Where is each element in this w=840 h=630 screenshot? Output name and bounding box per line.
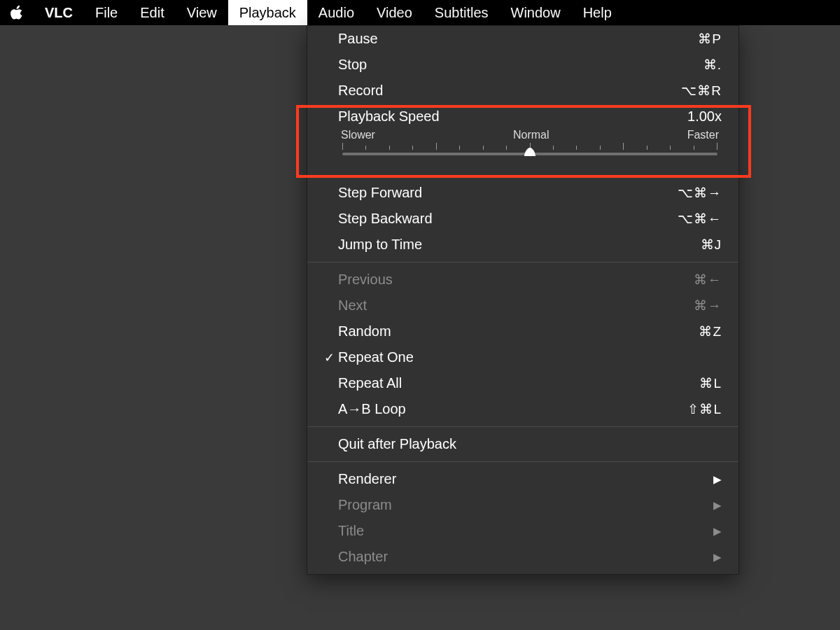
playback-speed-value: 1.00x bbox=[687, 108, 722, 125]
submenu-arrow-icon: ▶ bbox=[713, 473, 722, 486]
menu-item-label: Step Forward bbox=[338, 185, 678, 201]
menu-item-chapter[interactable]: Chapter ▶ bbox=[307, 544, 738, 570]
playback-dropdown: Pause ⌘P Stop ⌘. Record ⌥⌘R Playback Spe… bbox=[307, 25, 739, 575]
menu-item-title[interactable]: Title ▶ bbox=[307, 518, 738, 544]
playback-speed-section: Playback Speed 1.00x Slower Normal Faste… bbox=[307, 104, 738, 171]
menu-help[interactable]: Help bbox=[572, 0, 623, 25]
menu-item-program[interactable]: Program ▶ bbox=[307, 492, 738, 518]
speed-label-faster: Faster bbox=[687, 129, 719, 141]
menu-item-label: Repeat One bbox=[338, 349, 722, 365]
menu-shortcut: ⌥⌘→ bbox=[678, 185, 722, 201]
speed-label-slower: Slower bbox=[341, 129, 375, 141]
menu-audio[interactable]: Audio bbox=[307, 0, 365, 25]
menu-subtitles[interactable]: Subtitles bbox=[424, 0, 500, 25]
menu-item-label: Next bbox=[338, 298, 694, 314]
checkmark-icon: ✓ bbox=[320, 350, 338, 365]
menu-separator bbox=[307, 262, 738, 262]
menu-window[interactable]: Window bbox=[500, 0, 572, 25]
menu-item-label: Program bbox=[338, 497, 713, 513]
menu-bar: VLC File Edit View Playback Audio Video … bbox=[0, 0, 840, 25]
menu-separator bbox=[307, 461, 738, 462]
menu-item-label: Step Backward bbox=[338, 211, 678, 227]
menu-shortcut: ⌘J bbox=[701, 237, 722, 253]
menu-item-step-backward[interactable]: Step Backward ⌥⌘← bbox=[307, 206, 738, 232]
menu-item-label: Pause bbox=[338, 31, 698, 47]
menu-item-label: Renderer bbox=[338, 471, 713, 487]
menu-item-label: Chapter bbox=[338, 549, 713, 565]
menu-shortcut: ⌘← bbox=[694, 272, 722, 288]
playback-speed-title: Playback Speed bbox=[338, 108, 440, 125]
menu-edit[interactable]: Edit bbox=[129, 0, 175, 25]
menu-separator bbox=[307, 426, 738, 427]
menu-item-label: Record bbox=[338, 83, 681, 99]
menu-shortcut: ⌥⌘R bbox=[681, 83, 722, 99]
menu-video[interactable]: Video bbox=[365, 0, 424, 25]
submenu-arrow-icon: ▶ bbox=[713, 499, 722, 512]
playback-speed-slider[interactable] bbox=[338, 143, 722, 161]
menu-item-record[interactable]: Record ⌥⌘R bbox=[307, 78, 738, 104]
menu-item-pause[interactable]: Pause ⌘P bbox=[307, 26, 738, 52]
menu-item-label: Title bbox=[338, 523, 713, 539]
menu-item-label: Jump to Time bbox=[338, 237, 701, 253]
menu-item-repeat-one[interactable]: ✓ Repeat One bbox=[307, 344, 738, 370]
menu-app-name[interactable]: VLC bbox=[34, 0, 84, 25]
menu-shortcut: ⌥⌘← bbox=[678, 211, 722, 227]
menu-item-next[interactable]: Next ⌘→ bbox=[307, 293, 738, 318]
menu-shortcut: ⌘Z bbox=[699, 323, 722, 340]
menu-item-label: Repeat All bbox=[338, 375, 699, 391]
menu-shortcut: ⌘→ bbox=[694, 298, 722, 314]
menu-item-repeat-all[interactable]: Repeat All ⌘L bbox=[307, 370, 738, 396]
menu-item-stop[interactable]: Stop ⌘. bbox=[307, 52, 738, 78]
menu-shortcut: ⇧⌘L bbox=[687, 401, 722, 417]
menu-item-step-forward[interactable]: Step Forward ⌥⌘→ bbox=[307, 180, 738, 206]
menu-item-label: Previous bbox=[338, 272, 694, 288]
menu-playback[interactable]: Playback bbox=[228, 0, 307, 25]
apple-menu-icon[interactable] bbox=[0, 5, 34, 20]
menu-item-renderer[interactable]: Renderer ▶ bbox=[307, 466, 738, 492]
menu-item-ab-loop[interactable]: A→B Loop ⇧⌘L bbox=[307, 396, 738, 422]
menu-separator bbox=[307, 175, 738, 176]
menu-item-label: Stop bbox=[338, 57, 704, 73]
menu-file[interactable]: File bbox=[84, 0, 129, 25]
menu-item-label: Random bbox=[338, 323, 699, 340]
speed-label-normal: Normal bbox=[513, 129, 550, 141]
slider-thumb-icon[interactable] bbox=[524, 148, 536, 158]
submenu-arrow-icon: ▶ bbox=[713, 551, 722, 564]
menu-shortcut: ⌘P bbox=[698, 31, 722, 47]
menu-item-quit-after-playback[interactable]: Quit after Playback bbox=[307, 431, 738, 457]
menu-item-previous[interactable]: Previous ⌘← bbox=[307, 267, 738, 293]
menu-item-random[interactable]: Random ⌘Z bbox=[307, 318, 738, 344]
menu-view[interactable]: View bbox=[176, 0, 228, 25]
submenu-arrow-icon: ▶ bbox=[713, 525, 722, 538]
menu-shortcut: ⌘. bbox=[704, 57, 722, 73]
menu-item-label: Quit after Playback bbox=[338, 436, 722, 452]
menu-item-jump-to-time[interactable]: Jump to Time ⌘J bbox=[307, 232, 738, 258]
menu-shortcut: ⌘L bbox=[699, 375, 722, 391]
menu-item-label: A→B Loop bbox=[338, 401, 687, 417]
